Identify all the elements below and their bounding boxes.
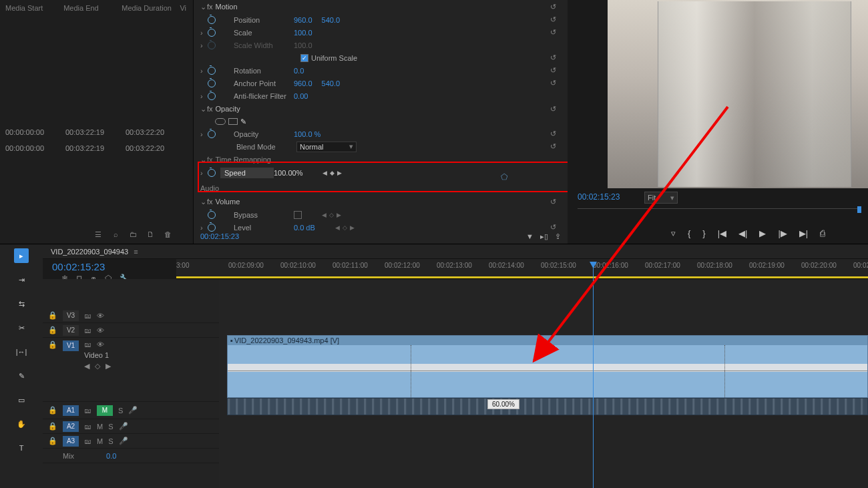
track-a3[interactable]: 🔒A3🖭MS🎤 xyxy=(43,434,219,449)
pen-tool[interactable]: ✎ xyxy=(14,369,29,383)
timeline-playhead[interactable] xyxy=(593,262,594,488)
audio-clip[interactable] xyxy=(227,398,868,415)
reset-icon[interactable]: ↺ xyxy=(550,15,561,24)
anchor-y[interactable]: 540.0 xyxy=(322,79,341,87)
keyframe-next-icon[interactable]: ▶ xyxy=(105,362,111,371)
add-marker-icon[interactable]: ▿ xyxy=(671,228,676,238)
voice-over-icon[interactable]: 🎤 xyxy=(119,437,128,445)
prop-opacity[interactable]: › Opacity 100.0 % ↺ xyxy=(194,128,568,140)
keyframe-prev-icon[interactable]: ◀ xyxy=(84,362,89,371)
prop-level[interactable]: › Level 0.0 dB ◀◇▶ ↺ xyxy=(194,221,568,234)
list-view-icon[interactable]: ☰ xyxy=(93,230,103,239)
rect-mask-icon[interactable] xyxy=(228,118,238,125)
solo-button[interactable]: S xyxy=(118,407,123,415)
mute-button[interactable]: M xyxy=(97,423,103,431)
stopwatch-icon[interactable] xyxy=(207,79,216,88)
lock-icon[interactable]: 🔒 xyxy=(48,406,57,415)
rectangle-tool[interactable]: ▭ xyxy=(14,393,29,407)
eye-icon[interactable]: 👁 xyxy=(97,326,104,334)
preview-scrubber[interactable] xyxy=(578,208,861,218)
zoom-fit-select[interactable]: Fit xyxy=(644,192,678,204)
stopwatch-icon[interactable] xyxy=(207,66,216,75)
voice-over-icon[interactable]: 🎤 xyxy=(119,422,128,431)
speed-keyframe[interactable] xyxy=(724,345,725,399)
col-vi[interactable]: Vi xyxy=(177,0,190,19)
slip-tool[interactable]: |↔| xyxy=(14,344,29,359)
col-media-duration[interactable]: Media Duration xyxy=(119,0,177,19)
prop-bypass[interactable]: Bypass ◀◇▶ xyxy=(194,208,568,221)
ripple-edit-tool[interactable]: ⇆ xyxy=(14,296,29,311)
filter-icon[interactable]: ▼ xyxy=(526,232,533,241)
track-v2[interactable]: 🔒V2🖭👁 xyxy=(43,323,219,338)
effects-timecode[interactable]: 00:02:15:23 xyxy=(200,232,239,240)
effect-opacity-header[interactable]: ⌄fx Opacity ↺ xyxy=(194,102,568,115)
keyframe-nav[interactable]: ◀◇▶ xyxy=(335,224,355,231)
track-select-tool[interactable]: ⇥ xyxy=(14,272,29,287)
pen-mask-icon[interactable]: ✎ xyxy=(240,117,246,126)
selection-tool[interactable]: ▸ xyxy=(14,248,29,263)
video-clip[interactable]: ▪VID_20220903_094943.mp4 [V] xyxy=(227,335,868,398)
scale-value[interactable]: 100.0 xyxy=(294,29,312,37)
prop-scale[interactable]: › Scale 100.0 ↺ xyxy=(194,26,568,39)
voice-over-icon[interactable]: 🎤 xyxy=(128,406,138,415)
reset-icon[interactable]: ↺ xyxy=(550,53,561,62)
stopwatch-icon[interactable] xyxy=(207,91,216,101)
hand-tool[interactable]: ✋ xyxy=(14,417,29,431)
col-media-start[interactable]: Media Start xyxy=(3,0,61,19)
level-value[interactable]: 0.0 dB xyxy=(294,224,315,232)
play-icon[interactable]: ▶ xyxy=(759,228,766,238)
stopwatch-icon[interactable] xyxy=(207,168,216,178)
toggle-output-icon[interactable]: 🖭 xyxy=(84,437,91,445)
lock-icon[interactable]: 🔒 xyxy=(48,422,57,431)
timeline-ruler[interactable]: 3:0000:02:09:0000:02:10:0000:02:11:0000:… xyxy=(176,259,868,279)
position-y[interactable]: 540.0 xyxy=(322,16,341,24)
mute-button[interactable]: M xyxy=(97,437,103,445)
keyframe-nav[interactable]: ◀◇▶ xyxy=(322,212,341,218)
preview-timecode[interactable]: 00:02:15:23 xyxy=(578,192,620,202)
solo-button[interactable]: S xyxy=(108,437,113,445)
lock-icon[interactable]: 🔒 xyxy=(48,311,57,320)
stopwatch-icon[interactable] xyxy=(207,210,216,220)
mark-out-icon[interactable]: } xyxy=(702,228,705,238)
prop-anchor-point[interactable]: Anchor Point 960.0 540.0 ↺ xyxy=(194,77,568,89)
col-media-end[interactable]: Media End xyxy=(61,0,119,19)
reset-icon[interactable]: ↺ xyxy=(550,223,561,232)
keyframe-nav[interactable]: ◀◆▶ xyxy=(322,170,342,176)
track-a1[interactable]: 🔒A1🖭MS🎤 xyxy=(43,402,219,419)
opacity-value[interactable]: 100.0 % xyxy=(294,130,320,138)
lock-icon[interactable]: 🔒 xyxy=(48,326,57,334)
toggle-output-icon[interactable]: 🖭 xyxy=(84,312,91,320)
track-mix[interactable]: Mix0.0 xyxy=(43,449,219,463)
reset-icon[interactable]: ↺ xyxy=(550,142,561,151)
prop-rotation[interactable]: › Rotation 0.0 ↺ xyxy=(194,64,568,77)
track-v3[interactable]: 🔒V3🖭👁 xyxy=(43,308,219,323)
speed-value[interactable]: 100.00% xyxy=(274,169,302,177)
lock-icon[interactable]: 🔒 xyxy=(48,437,57,445)
export-frame-icon[interactable]: ⎙ xyxy=(820,228,825,238)
step-back-icon[interactable]: ◀| xyxy=(738,228,747,238)
go-to-out-icon[interactable]: ▶| xyxy=(799,228,808,238)
trash-icon[interactable]: 🗑 xyxy=(163,230,172,239)
effect-motion-header[interactable]: ⌄fx Motion ↺ xyxy=(194,0,568,13)
play-only-icon[interactable]: ▸▯ xyxy=(540,232,548,241)
toggle-output-icon[interactable]: 🖭 xyxy=(84,326,91,334)
media-row[interactable]: 00:00:00:00 00:03:22:19 00:03:22:20 xyxy=(0,142,193,158)
export-icon[interactable]: ⇪ xyxy=(555,232,561,241)
antiflicker-value[interactable]: 0.00 xyxy=(294,92,308,100)
razor-tool[interactable]: ✂ xyxy=(14,320,29,335)
work-area-bar[interactable] xyxy=(176,276,868,278)
search-icon[interactable]: ⌕ xyxy=(111,230,120,239)
reset-icon[interactable]: ↺ xyxy=(550,66,561,75)
track-a2[interactable]: 🔒A2🖭MS🎤 xyxy=(43,419,219,434)
speed-rubber-band[interactable] xyxy=(228,371,867,371)
position-x[interactable]: 960.0 xyxy=(294,16,312,24)
anchor-x[interactable]: 960.0 xyxy=(294,79,312,87)
reset-icon[interactable]: ↺ xyxy=(550,198,561,206)
toggle-output-icon[interactable]: 🖭 xyxy=(84,407,91,415)
lock-icon[interactable]: 🔒 xyxy=(48,340,57,349)
reset-icon[interactable]: ↺ xyxy=(550,28,561,37)
stopwatch-icon[interactable] xyxy=(207,130,216,139)
toggle-output-icon[interactable]: 🖭 xyxy=(84,340,91,348)
mark-in-icon[interactable]: { xyxy=(688,228,690,238)
type-tool[interactable]: T xyxy=(14,441,29,455)
